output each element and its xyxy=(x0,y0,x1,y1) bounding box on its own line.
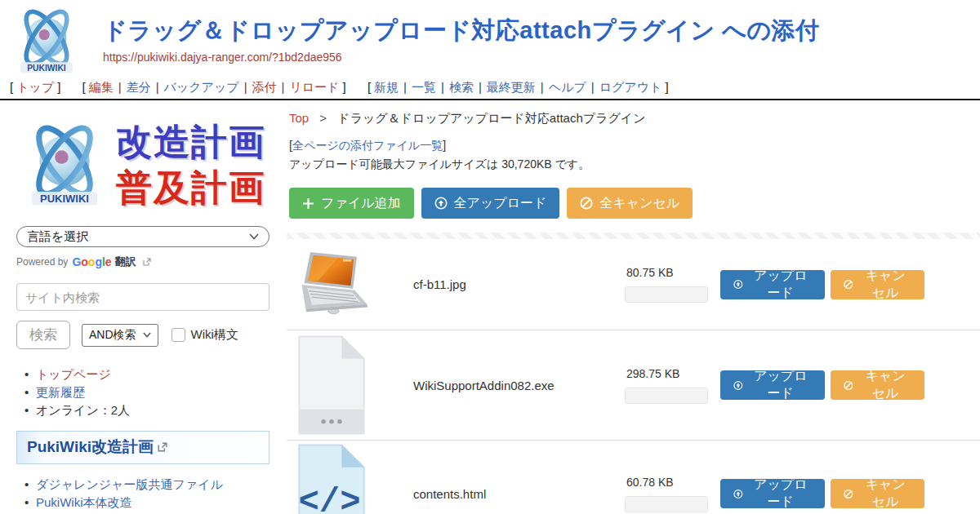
plus-icon xyxy=(302,197,314,210)
search-mode-select[interactable]: AND検索 xyxy=(82,324,158,347)
nav-item-backup[interactable]: バックアップ xyxy=(164,80,239,94)
ban-icon xyxy=(844,379,853,392)
cancel-button[interactable]: キャンセル xyxy=(831,479,924,508)
nav-item-attach[interactable]: 添付 xyxy=(252,80,277,94)
bracket: [ xyxy=(10,80,13,94)
ban-icon xyxy=(844,488,853,500)
search-button[interactable]: 検索 xyxy=(16,321,70,349)
cancel-button[interactable]: キャンセル xyxy=(831,270,924,299)
upload-button[interactable]: アップロード xyxy=(720,270,825,299)
sidebar-logo[interactable]: PUKIWIKI 改造計画 普及計画 xyxy=(16,112,270,218)
sidebar-logo-line1: 改造計画 xyxy=(116,119,266,165)
upload-circle-icon xyxy=(733,379,743,392)
separator: | xyxy=(282,80,285,94)
breadcrumb-home-link[interactable]: Top xyxy=(289,111,309,125)
add-files-button[interactable]: ファイル追加 xyxy=(289,188,414,219)
nav-group-site: [新規|一覧|検索|最終更新|ヘルプ|ログアウト] xyxy=(364,80,672,94)
bracket: [ xyxy=(368,80,371,94)
translate-label[interactable]: 翻訳 xyxy=(115,255,136,269)
separator: | xyxy=(541,80,544,94)
separator: | xyxy=(403,80,407,94)
file-size: 298.75 KB xyxy=(625,367,708,380)
chevron-down-icon xyxy=(249,233,259,240)
svg-text:PUKIWIKI: PUKIWIKI xyxy=(40,193,89,205)
google-wordmark: Google xyxy=(72,255,111,268)
pukiwiki-logo-icon[interactable]: PUKIWIKI xyxy=(8,4,85,78)
separator: | xyxy=(591,80,595,94)
all-attachments-link[interactable]: 全ページの添付ファイル一覧 xyxy=(292,139,443,152)
page-url-link[interactable]: https://pukiwiki.dajya-ranger.com/?1bd2d… xyxy=(103,51,342,64)
external-link-icon xyxy=(143,258,151,266)
ban-icon xyxy=(580,197,593,210)
file-name: WikiSupportAddin082.exe xyxy=(413,379,625,392)
upload-progress-bar xyxy=(625,496,708,512)
nav-item-logout[interactable]: ログアウト xyxy=(599,80,662,94)
top-navbar: [トップ] [編集|差分|バックアップ|添付|リロード] [新規|一覧|検索|最… xyxy=(0,78,980,99)
list-item: ダジャレンジャー版共通ファイル xyxy=(16,476,270,493)
nav-item-search[interactable]: 検索 xyxy=(449,80,474,94)
laptop-photo-thumbnail xyxy=(295,250,372,320)
pukiwiki-logo-wordmark: PUKIWIKI xyxy=(27,64,66,73)
nav-item-edit[interactable]: 編集 xyxy=(89,80,114,94)
nav-item-list[interactable]: 一覧 xyxy=(412,80,436,94)
sidebar-links-top: トップページ 更新履歴 オンライン：2人 xyxy=(16,366,270,419)
nav-group-page: [編集|差分|バックアップ|添付|リロード] xyxy=(79,80,350,94)
nav-item-new[interactable]: 新規 xyxy=(374,80,399,94)
attach-list-line: [全ページの添付ファイル一覧] xyxy=(287,139,980,153)
sidebar-item-history[interactable]: 更新履歴 xyxy=(36,385,85,399)
upload-button[interactable]: アップロード xyxy=(720,479,825,508)
page-header: PUKIWIKI ドラッグ＆ドロップアップロード対応attachプラグイン への… xyxy=(0,0,980,78)
separator: | xyxy=(244,80,247,94)
nav-item-reload[interactable]: リロード xyxy=(289,80,339,94)
main-content: Top > ドラッグ＆ドロップアップロード対応attachプラグイン [全ページ… xyxy=(282,100,980,514)
bracket: ] xyxy=(443,139,446,152)
cancel-all-button[interactable]: 全キャンセル xyxy=(567,188,693,219)
nav-item-top[interactable]: トップ xyxy=(16,80,54,94)
page-title: ドラッグ＆ドロップアップロード対応attachプラグイン への添付 xyxy=(103,16,980,44)
search-mode-value: AND検索 xyxy=(89,328,136,343)
sidebar-links-bottom: ダジャレンジャー版共通ファイル PukiWiki本体改造 PukiWikiテキス… xyxy=(16,476,270,514)
site-search-input[interactable] xyxy=(16,283,270,311)
upload-circle-icon xyxy=(733,488,743,500)
google-translate-attribution: Powered by Google 翻訳 xyxy=(16,255,270,269)
list-item: 更新履歴 xyxy=(16,383,270,401)
sidebar-item-common-files[interactable]: ダジャレンジャー版共通ファイル xyxy=(36,477,223,491)
nav-group-top: [トップ] xyxy=(7,80,64,94)
file-row: WikiSupportAddin082.exe 298.75 KB アップロード… xyxy=(287,330,980,441)
sidebar-item-toppage[interactable]: トップページ xyxy=(36,367,111,381)
nav-item-diff[interactable]: 差分 xyxy=(127,80,151,94)
max-filesize-text: アップロード可能最大ファイルサイズは 30,720KB です。 xyxy=(287,157,980,172)
sidebar-section-title: PukiWiki改造計画 xyxy=(27,436,154,458)
bracket: ] xyxy=(665,80,668,94)
file-size: 60.78 KB xyxy=(625,476,708,489)
wiki-syntax-checkbox[interactable] xyxy=(172,328,185,342)
separator: | xyxy=(479,80,482,94)
upload-all-button[interactable]: 全アップロード xyxy=(421,188,560,219)
sidebar-section-header[interactable]: PukiWiki改造計画 xyxy=(16,431,270,464)
ban-icon xyxy=(844,278,853,290)
upload-circle-icon xyxy=(733,278,743,290)
wiki-syntax-label: Wiki構文 xyxy=(191,327,238,343)
pukiwiki-atom-icon: PUKIWIKI xyxy=(16,113,113,217)
list-item: オンライン：2人 xyxy=(16,401,270,419)
upload-circle-icon xyxy=(434,197,448,210)
list-item: トップページ xyxy=(16,366,270,383)
file-name: contents.html xyxy=(413,487,625,501)
nav-item-help[interactable]: ヘルプ xyxy=(549,80,586,94)
file-row: </> contents.html 60.78 KB アップロード キャンセル xyxy=(287,441,980,514)
upload-progress-bar xyxy=(625,286,708,303)
language-select-value: 言語を選択 xyxy=(27,229,88,245)
bracket: ] xyxy=(343,80,346,94)
bracket: [ xyxy=(82,80,86,94)
upload-button[interactable]: アップロード xyxy=(720,370,825,400)
file-name: cf-b11.jpg xyxy=(413,277,625,291)
sidebar: PUKIWIKI 改造計画 普及計画 言語を選択 Powered by Goog… xyxy=(0,100,282,514)
sidebar-item-core-mod[interactable]: PukiWiki本体改造 xyxy=(36,495,132,509)
upload-toolbar: ファイル追加 全アップロード 全キャンセル xyxy=(287,188,980,219)
nav-item-recent[interactable]: 最終更新 xyxy=(487,80,536,94)
breadcrumb: Top > ドラッグ＆ドロップアップロード対応attachプラグイン xyxy=(287,111,980,126)
powered-by-text: Powered by xyxy=(16,256,68,268)
cancel-button[interactable]: キャンセル xyxy=(831,370,924,400)
code-glyph: </> xyxy=(299,483,361,514)
language-select[interactable]: 言語を選択 xyxy=(16,226,270,247)
